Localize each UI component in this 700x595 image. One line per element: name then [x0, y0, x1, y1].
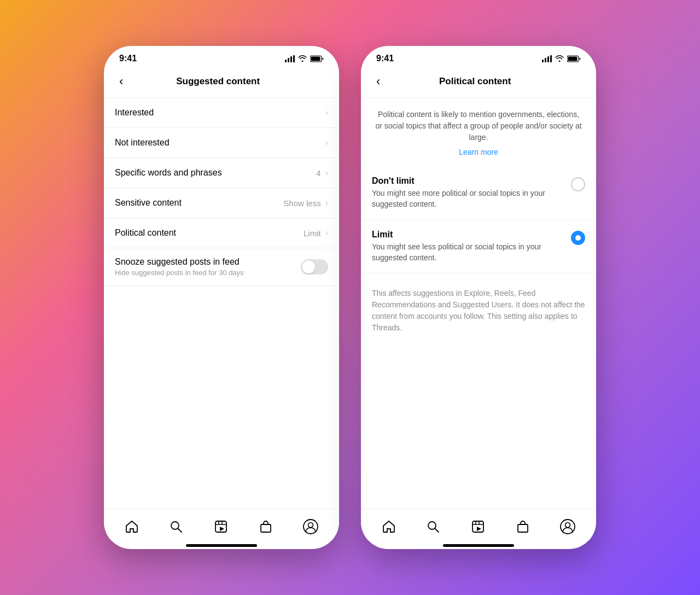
menu-right-political: Limit › [304, 228, 328, 238]
description-text: Political content is likely to mention g… [374, 109, 583, 143]
signal-icon [285, 55, 295, 62]
svg-line-7 [178, 529, 182, 533]
svg-rect-3 [293, 55, 295, 62]
status-bar-2: 9:41 [361, 46, 596, 68]
battery-icon-2 [567, 55, 581, 62]
home-icon [125, 520, 139, 534]
chevron-icon-political: › [325, 228, 328, 238]
bottom-nav-search-2[interactable] [418, 516, 448, 537]
menu-right-sensitive: Show less › [283, 198, 328, 208]
menu-item-not-interested[interactable]: Not interested › [104, 128, 339, 158]
phone-1: 9:41 ‹ Suggested content [104, 46, 339, 549]
svg-line-23 [435, 529, 439, 533]
wifi-icon [298, 55, 307, 62]
description-area: Political content is likely to mention g… [361, 98, 596, 161]
badge-specific-words: 4 [316, 168, 320, 178]
snooze-text-col: Snooze suggested posts in feed Hide sugg… [115, 257, 244, 277]
back-button-2[interactable]: ‹ [372, 72, 384, 91]
menu-label-sensitive: Sensitive content [115, 198, 182, 208]
svg-rect-5 [311, 56, 320, 61]
search-icon [169, 520, 183, 534]
bottom-nav-home-2[interactable] [374, 516, 404, 537]
chevron-icon-sensitive: › [325, 198, 328, 208]
status-icons-2 [542, 55, 581, 62]
svg-rect-17 [545, 58, 546, 62]
snooze-row: Snooze suggested posts in feed Hide sugg… [115, 257, 328, 277]
radio-desc-limit: You might see less political or social t… [372, 242, 562, 263]
menu-right-interested: › [325, 108, 328, 118]
radio-text-limit: Limit You might see less political or so… [372, 230, 571, 263]
learn-more-link[interactable]: Learn more [374, 148, 583, 156]
badge-political: Limit [304, 229, 321, 238]
content-1: Interested › Not interested › Specific w… [104, 98, 339, 509]
nav-bar-1: ‹ Suggested content [104, 68, 339, 98]
bottom-nav-search-1[interactable] [161, 516, 191, 537]
menu-item-interested[interactable]: Interested › [104, 98, 339, 128]
chevron-icon-not-interested: › [325, 138, 328, 148]
bottom-nav-shop-2[interactable] [508, 516, 538, 537]
bottom-nav-2 [361, 509, 596, 541]
snooze-toggle[interactable] [301, 259, 328, 275]
back-button-1[interactable]: ‹ [115, 72, 127, 91]
svg-rect-19 [550, 55, 552, 62]
status-time-2: 9:41 [376, 54, 394, 63]
badge-sensitive: Show less [283, 199, 320, 208]
radio-item-dont-limit[interactable]: Don't limit You might see more political… [361, 166, 596, 220]
home-bar-1 [186, 544, 257, 547]
radio-text-dont-limit: Don't limit You might see more political… [372, 176, 571, 209]
phone-2: 9:41 ‹ Political content [361, 46, 596, 549]
chevron-icon-interested: › [325, 108, 328, 118]
menu-label-interested: Interested [115, 108, 154, 118]
shop-icon-2 [516, 520, 530, 534]
menu-label-specific-words: Specific words and phrases [115, 168, 222, 178]
menu-item-specific-words[interactable]: Specific words and phrases 4 › [104, 158, 339, 188]
bottom-nav-profile-1[interactable] [295, 516, 326, 538]
wifi-icon-2 [555, 55, 564, 62]
home-icon-2 [382, 520, 396, 534]
radio-desc-dont-limit: You might see more political or social t… [372, 188, 562, 209]
svg-rect-2 [290, 56, 292, 62]
radio-section: Don't limit You might see more political… [361, 161, 596, 279]
snooze-label: Snooze suggested posts in feed [115, 257, 244, 267]
svg-point-31 [565, 523, 570, 528]
profile-icon-2 [560, 519, 575, 534]
svg-rect-29 [518, 524, 528, 532]
radio-circle-limit[interactable] [571, 231, 585, 245]
profile-icon [303, 519, 318, 534]
radio-title-limit: Limit [372, 230, 562, 240]
svg-rect-0 [285, 60, 287, 62]
status-icons-1 [285, 55, 324, 62]
snooze-sublabel: Hide suggested posts in feed for 30 days [115, 269, 244, 277]
menu-right-not-interested: › [325, 138, 328, 148]
bottom-nav-shop-1[interactable] [251, 516, 281, 537]
reels-icon-2 [471, 520, 485, 534]
bottom-nav-home-1[interactable] [117, 516, 147, 537]
shop-icon [259, 520, 273, 534]
bottom-nav-profile-2[interactable] [552, 516, 583, 538]
menu-item-political[interactable]: Political content Limit › [104, 218, 339, 248]
reels-icon [214, 520, 228, 534]
page-title-2: Political content [384, 76, 565, 87]
menu-item-snooze[interactable]: Snooze suggested posts in feed Hide sugg… [104, 248, 339, 286]
svg-rect-18 [547, 56, 549, 62]
svg-rect-21 [568, 56, 578, 61]
menu-item-sensitive[interactable]: Sensitive content Show less › [104, 188, 339, 218]
radio-item-limit[interactable]: Limit You might see less political or so… [361, 220, 596, 273]
radio-title-dont-limit: Don't limit [372, 176, 562, 186]
battery-icon [310, 55, 324, 62]
menu-label-not-interested: Not interested [115, 138, 170, 148]
svg-marker-28 [477, 527, 481, 531]
bottom-nav-reels-2[interactable] [463, 516, 493, 537]
toggle-knob [302, 260, 315, 273]
menu-right-specific-words: 4 › [316, 168, 328, 178]
page-title-1: Suggested content [127, 76, 308, 87]
menu-label-political: Political content [115, 228, 176, 238]
svg-rect-1 [288, 58, 289, 62]
bottom-nav-reels-1[interactable] [206, 516, 236, 537]
radio-circle-dont-limit[interactable] [571, 177, 585, 191]
bottom-nav-1 [104, 509, 339, 541]
home-bar-2 [443, 544, 514, 547]
content-2: Political content is likely to mention g… [361, 98, 596, 509]
chevron-icon-specific-words: › [325, 168, 328, 178]
search-icon-2 [426, 520, 440, 534]
